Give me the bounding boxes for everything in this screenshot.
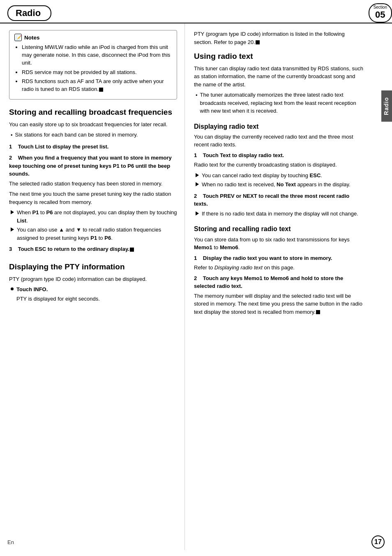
step-3-wrapper: 3 Touch ESC to return to the ordinary di… (9, 245, 177, 253)
notes-icon: 📝 (14, 34, 22, 41)
stop-symbol (99, 88, 103, 92)
notes-heading: Notes (24, 35, 40, 41)
storing-intro: You can easily store up to six broadcast… (9, 120, 177, 129)
header: Radio Section 05 (0, 0, 392, 23)
display-step-2-bullet-text: If there is no radio text data in memory… (202, 210, 358, 218)
display-bullet-1-text: You can cancel radio text display by tou… (202, 171, 322, 180)
store-step-1-refer: Refer to Displaying radio text on this p… (194, 264, 363, 272)
list-item: RDS functions such as AF and TA are only… (22, 78, 172, 93)
list-item: Listening MW/LW radio while an iPod is c… (22, 44, 172, 67)
pty-intro: PTY (program type ID code) information c… (9, 275, 177, 283)
bottom-en-label: En (7, 539, 14, 545)
display-step-1-text: Touch Text to display radio text. (203, 152, 284, 158)
using-radio-bullet-1: • The tuner automatically memorizes the … (194, 91, 363, 115)
store-step-2-body-text: The memory number will display and the s… (194, 293, 362, 315)
bullet-triangle (11, 227, 14, 232)
pty-bullet-1: Touch INFO. (9, 285, 177, 294)
step-2-text: When you find a frequency that you want … (9, 155, 172, 177)
store-step-1: 1 Display the radio text you want to sto… (194, 254, 363, 262)
storing-bullet-3: You can also use ▲ and ▼ to recall radio… (9, 226, 177, 242)
displaying-radio-text-intro: You can display the currently received r… (194, 133, 363, 149)
display-step-1-num: 1 (194, 152, 197, 158)
right-tab: Radio (381, 90, 392, 122)
bullet-triangle (196, 211, 199, 215)
step-2: 2 When you find a frequency that you wan… (9, 154, 177, 178)
section-box: Section 05 (369, 3, 392, 23)
main-content: 📝 Notes Listening MW/LW radio while an i… (0, 23, 392, 550)
display-step-2: 2 Touch PREV or NEXT to recall the three… (194, 192, 363, 208)
displaying-radio-text-heading: Displaying radio text (194, 123, 363, 130)
notes-box: 📝 Notes Listening MW/LW radio while an i… (9, 30, 177, 100)
step-2-wrapper: 2 When you find a frequency that you wan… (9, 154, 177, 242)
storing-bullet-1-text: Six stations for each band can be stored… (15, 131, 138, 139)
step-3: 3 Touch ESC to return to the ordinary di… (9, 245, 177, 253)
note-item-1: Listening MW/LW radio while an iPod is c… (22, 44, 170, 66)
displaying-radio-text-section: Displaying radio text You can display th… (194, 123, 363, 218)
pty-bullet-1-text: Touch INFO. (16, 285, 48, 294)
store-step-1-text: Display the radio text you want to store… (203, 255, 332, 261)
step-1-num: 1 (9, 144, 12, 150)
pty-note: PTY (program type ID code) information i… (194, 30, 363, 46)
stop-symbol (130, 248, 134, 252)
storing-bullet-3-text: You can also use ▲ and ▼ to recall radio… (17, 226, 177, 242)
page-number: 17 (371, 535, 385, 549)
bullet-dot (11, 287, 14, 290)
storing-bullet-1: • Six stations for each band can be stor… (9, 131, 177, 139)
step-3-text: Touch ESC to return to the ordinary disp… (18, 246, 134, 252)
step-2-body1: The selected radio station frequency has… (9, 180, 177, 188)
section-label: Section (374, 5, 387, 9)
note-item-2: RDS service may not be provided by all s… (22, 69, 137, 75)
store-step-2-num: 2 (194, 275, 197, 281)
display-bullet-1: You can cancel radio text display by tou… (194, 171, 363, 180)
display-bullet-2-text: When no radio text is received, No Text … (202, 181, 350, 189)
storing-radio-text-section: Storing and recalling radio text You can… (194, 225, 363, 316)
step-2-body2: The next time you touch the same preset … (9, 190, 177, 206)
pty-bullet-body: PTY is displayed for eight seconds. (9, 295, 177, 303)
stop-symbol (256, 40, 260, 44)
using-radio-bullet-1-text: The tuner automatically memorizes the th… (200, 91, 363, 115)
note-item-3: RDS functions such as AF and TA are only… (22, 78, 164, 92)
step-3-num: 3 (9, 246, 12, 252)
bullet-triangle (196, 182, 199, 186)
store-step-2-text: Touch any keys Memo1 to Memo6 and hold t… (194, 275, 343, 290)
pty-note-text: PTY (program type ID code) information i… (194, 31, 345, 45)
step-2-num: 2 (9, 155, 12, 161)
step-1-wrapper: 1 Touch List to display the preset list. (9, 143, 177, 151)
header-title-box: Radio (7, 5, 51, 21)
bullet-triangle (11, 210, 14, 214)
display-bullet-2: When no radio text is received, No Text … (194, 181, 363, 189)
storing-radio-text-intro: You can store data from up to six radio … (194, 236, 363, 252)
bullet-symbol: • (196, 91, 198, 100)
pty-section: Displaying the PTY information PTY (prog… (9, 262, 177, 303)
stop-symbol (316, 310, 320, 314)
bullet-symbol: • (11, 131, 13, 139)
using-radio-text-heading: Using radio text (194, 52, 363, 61)
storing-bullet-2: When P1 to P6 are not displayed, you can… (9, 208, 177, 225)
step-1: 1 Touch List to display the preset list. (9, 143, 177, 151)
display-step-1: 1 Touch Text to display radio text. (194, 151, 363, 160)
section-number: 05 (375, 9, 385, 20)
storing-section: Storing and recalling broadcast frequenc… (9, 108, 177, 253)
using-radio-text-intro: This tuner can display radio text data t… (194, 65, 363, 89)
list-item: RDS service may not be provided by all s… (22, 69, 172, 76)
display-step-1-body: Radio text for the currently broadcastin… (194, 161, 363, 169)
display-step-2-num: 2 (194, 193, 197, 199)
notes-list: Listening MW/LW radio while an iPod is c… (14, 44, 172, 93)
page-title: Radio (16, 8, 41, 19)
step-1-text: Touch List to display the preset list. (18, 144, 109, 150)
right-column: PTY (program type ID code) information i… (185, 23, 381, 550)
notes-title: 📝 Notes (14, 34, 172, 41)
bottom-bar: En 17 (0, 535, 392, 549)
display-step-2-bullet: If there is no radio text data in memory… (194, 210, 363, 218)
storing-heading: Storing and recalling broadcast frequenc… (9, 108, 177, 117)
store-step-2-body: The memory number will display and the s… (194, 292, 363, 316)
display-step-2-text: Touch PREV or NEXT to recall the three m… (194, 193, 349, 207)
bullet-triangle (196, 173, 199, 177)
store-step-1-num: 1 (194, 255, 197, 261)
left-column: 📝 Notes Listening MW/LW radio while an i… (0, 23, 185, 550)
pty-heading: Displaying the PTY information (9, 262, 177, 272)
using-radio-text-section: Using radio text This tuner can display … (194, 52, 363, 115)
store-step-2: 2 Touch any keys Memo1 to Memo6 and hold… (194, 274, 363, 290)
storing-radio-text-heading: Storing and recalling radio text (194, 225, 363, 233)
storing-bullet-2-text: When P1 to P6 are not displayed, you can… (17, 208, 177, 225)
